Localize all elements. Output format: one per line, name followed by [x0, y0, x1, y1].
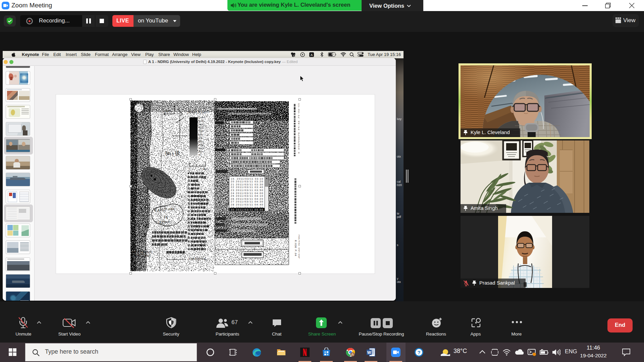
- svg-text:1100m: 1100m: [199, 117, 205, 119]
- svg-text:100m: 100m: [199, 150, 204, 153]
- svg-text:5km: 5km: [203, 168, 207, 170]
- svg-text:ƒƔ: ƒƔ: [163, 215, 168, 219]
- svg-text:FAX>PAX 04P/05P: FAX>PAX 04P/05P: [298, 235, 300, 259]
- svg-text:30 2011/03/11 05:00: 30 2011/03/11 05:00: [231, 208, 263, 211]
- svg-text:?: ?: [417, 350, 420, 355]
- svg-text:200m: 200m: [199, 147, 204, 149]
- svg-text:800m: 800m: [199, 127, 204, 129]
- svg-text:1.0E-02[mSv]: 1.0E-02[mSv]: [189, 257, 206, 260]
- svg-text:W: W: [367, 350, 371, 355]
- svg-text:400m: 400m: [199, 140, 204, 142]
- svg-text:0: 0: [189, 168, 190, 170]
- svg-text:0m: 0m: [199, 154, 201, 156]
- svg-text:600m: 600m: [199, 134, 204, 136]
- svg-text:1000m: 1000m: [199, 120, 205, 122]
- svg-text:11-03-12 09:53 024032610 4: 11-03-12 09:53 024032610 4: [298, 103, 300, 154]
- svg-text:A: A: [311, 53, 313, 57]
- svg-text:R:030 P.04: R:030 P.04: [294, 240, 297, 256]
- svg-text:700m: 700m: [199, 130, 204, 132]
- svg-text:300m: 300m: [199, 144, 204, 146]
- svg-text:0.00E+00[Bq/s]: 0.00E+00[Bq/s]: [132, 250, 152, 254]
- svg-text:50km X 5km: 50km X 5km: [187, 110, 208, 114]
- svg-text:3.40E+17[Bq]: 3.40E+17[Bq]: [132, 254, 150, 257]
- svg-text:500m: 500m: [199, 137, 204, 139]
- svg-text:900m: 900m: [199, 123, 204, 125]
